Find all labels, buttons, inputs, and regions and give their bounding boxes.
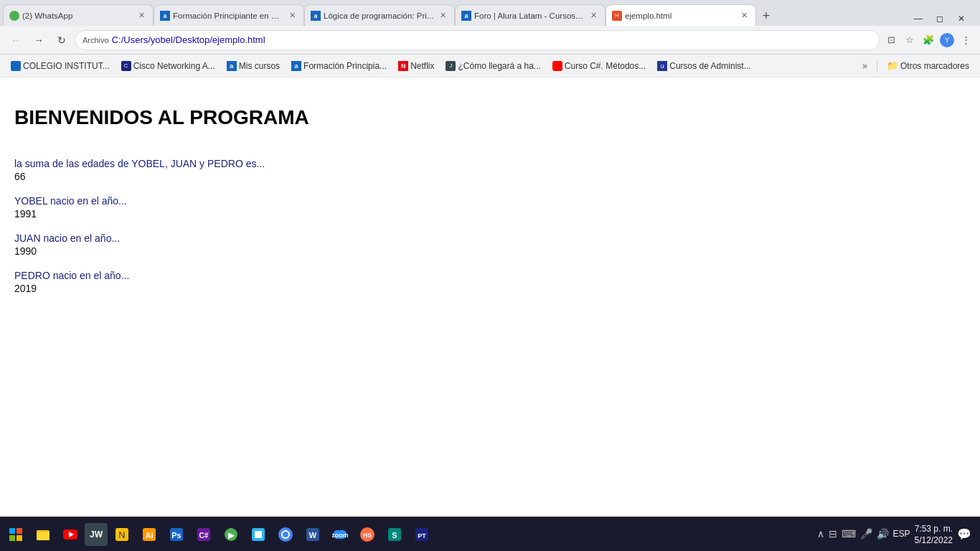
netflix-favicon: N	[398, 61, 408, 71]
section-juan: JUAN nacio en el año... 1990	[14, 232, 966, 257]
chrome-taskbar-icon[interactable]	[273, 522, 298, 547]
svg-rect-5	[17, 535, 22, 541]
youtube-taskbar-icon[interactable]	[57, 522, 83, 547]
extensions-icon[interactable]: 🧩	[920, 32, 937, 49]
bookmark-netflix-label: Netflix	[410, 61, 434, 71]
address-box[interactable]: Archivo C:/Users/yobel/Desktop/ejemplo.h…	[75, 30, 880, 50]
tab-ejemplo-label: ejemplo.html	[625, 11, 735, 20]
tray-date: 5/12/2022	[915, 535, 953, 545]
tray-keyboard-icon[interactable]: ⌨	[842, 528, 856, 540]
bookmarks-bar: COLEGIO INSTITUT... C Cisco Networking A…	[0, 55, 980, 77]
file-explorer-icon[interactable]	[30, 522, 56, 547]
section-yobel: YOBEL nacio en el año... 1991	[14, 195, 966, 220]
svg-rect-24	[255, 534, 258, 538]
line-juan-value: 1990	[14, 245, 966, 257]
yt-favicon	[552, 61, 562, 71]
minimize-button[interactable]: —	[908, 11, 928, 26]
bookmark-colegio[interactable]: COLEGIO INSTITUT...	[6, 59, 115, 73]
illustrator-icon[interactable]: Ai	[136, 522, 162, 547]
word-taskbar-icon[interactable]: W	[300, 522, 326, 547]
bookmark-jw-label: ¿Cómo llegará a ha...	[458, 61, 540, 71]
tab-foro[interactable]: a Foro | Alura Latam - Cursos o... ✕	[455, 4, 606, 26]
svg-rect-23	[258, 531, 262, 534]
bookmark-cursocs[interactable]: Curso C#. Métodos...	[547, 59, 651, 73]
cast-icon[interactable]: ⊡	[882, 32, 900, 49]
svg-text:▶: ▶	[228, 530, 235, 540]
other-bookmarks-label: Otros marcadores	[900, 61, 969, 71]
app-yellow-icon[interactable]: N	[109, 522, 135, 547]
bookmarks-overflow-button[interactable]: »	[857, 59, 872, 73]
formacion2-favicon: a	[291, 61, 301, 71]
tray-language: ESP	[893, 529, 910, 539]
profile-icon[interactable]: Y	[938, 32, 956, 49]
bookmark-cursosadmin[interactable]: u Cursos de Administ...	[652, 59, 755, 73]
svg-text:W: W	[309, 531, 317, 540]
tab-formacion1[interactable]: a Formación Principiante en Pr... ✕	[154, 4, 304, 26]
csharp-icon[interactable]: C#	[191, 522, 217, 547]
tray-volume-icon[interactable]: 🔊	[877, 528, 889, 540]
tray-time: 7:53 p. m.	[915, 523, 953, 535]
s5-taskbar-icon[interactable]: S	[382, 522, 407, 547]
tray-screen-icon[interactable]: ⊟	[829, 528, 837, 540]
bookmark-miscursos-label: Mis cursos	[239, 61, 280, 71]
forward-button[interactable]: →	[29, 30, 49, 50]
tab-whatsapp-close[interactable]: ✕	[136, 10, 147, 22]
other-bookmarks[interactable]: 📁 Otros marcadores	[882, 58, 974, 73]
jw-taskbar-icon[interactable]: JW	[85, 523, 108, 546]
maximize-button[interactable]: ◻	[930, 11, 950, 26]
menu-button[interactable]: ⋮	[957, 32, 974, 49]
bookmark-formacion2[interactable]: a Formación Principia...	[286, 59, 392, 73]
tray-arrow-up[interactable]: ∧	[817, 528, 824, 540]
tab-ejemplo-close[interactable]: ✕	[738, 10, 750, 22]
logica-favicon: a	[311, 11, 321, 21]
svg-text:zoom: zoom	[332, 532, 348, 539]
svg-text:C#: C#	[199, 532, 209, 540]
protocol-indicator: Archivo	[83, 36, 109, 44]
tab-formacion1-label: Formación Principiante en Pr...	[173, 11, 283, 20]
bookmark-cisco-label: Cisco Networking A...	[133, 61, 215, 71]
page-title: BIENVENIDOS AL PROGRAMA	[14, 106, 966, 129]
cisco-favicon: C	[121, 61, 131, 71]
section-pedro: PEDRO nacio en el año... 2019	[14, 270, 966, 294]
reload-button[interactable]: ↻	[52, 30, 72, 50]
tab-whatsapp[interactable]: (2) WhatsApp ✕	[3, 4, 154, 26]
address-actions: ⊡ ☆ 🧩 Y ⋮	[882, 32, 974, 49]
tab-formacion1-close[interactable]: ✕	[286, 10, 298, 22]
bookmark-colegio-label: COLEGIO INSTITUT...	[23, 61, 110, 71]
cisco-taskbar-icon[interactable]: PT	[409, 522, 435, 547]
svg-rect-7	[37, 532, 50, 540]
miscursos-favicon: a	[227, 61, 237, 71]
start-button[interactable]	[3, 522, 29, 547]
line-yobel-value: 1991	[14, 208, 966, 220]
photoshop-icon[interactable]: Ps	[164, 522, 189, 547]
url-display: C:/Users/yobel/Desktop/ejemplo.html	[112, 34, 872, 45]
line-suma-value: 66	[14, 171, 966, 182]
svg-text:Ps: Ps	[171, 531, 181, 540]
tab-foro-close[interactable]: ✕	[588, 10, 599, 22]
svg-text:HS: HS	[363, 532, 372, 539]
new-tab-button[interactable]: +	[756, 6, 776, 26]
address-bar-row: ← → ↻ Archivo C:/Users/yobel/Desktop/eje…	[0, 26, 980, 55]
tab-logica[interactable]: a Lógica de programación: Pri... ✕	[304, 4, 455, 26]
window-controls: — ◻ ✕	[908, 11, 977, 26]
app-blue-icon[interactable]	[245, 522, 271, 547]
tray-mic-icon[interactable]: 🎤	[860, 528, 872, 540]
tab-bar: (2) WhatsApp ✕ a Formación Principiante …	[0, 0, 980, 26]
notification-icon[interactable]: 💬	[957, 527, 971, 541]
close-button[interactable]: ✕	[951, 11, 971, 26]
app-green-icon[interactable]: ▶	[218, 522, 244, 547]
svg-rect-3	[17, 528, 22, 534]
taskbar: JW N Ai Ps C#	[0, 517, 980, 551]
bookmark-netflix[interactable]: N Netflix	[393, 59, 439, 73]
back-button[interactable]: ←	[6, 30, 26, 50]
hs-taskbar-icon[interactable]: HS	[354, 522, 380, 547]
bookmark-star-icon[interactable]: ☆	[901, 32, 918, 49]
zoom-taskbar-icon[interactable]: zoom	[327, 522, 353, 547]
bookmark-miscursos[interactable]: a Mis cursos	[222, 59, 285, 73]
tray-datetime[interactable]: 7:53 p. m. 5/12/2022	[915, 523, 953, 545]
svg-point-28	[283, 532, 288, 537]
tab-ejemplo[interactable]: H ejemplo.html ✕	[606, 4, 756, 26]
tab-logica-close[interactable]: ✕	[437, 10, 448, 22]
bookmark-jw[interactable]: J ¿Cómo llegará a ha...	[440, 59, 545, 73]
bookmark-cisco[interactable]: C Cisco Networking A...	[116, 59, 220, 73]
